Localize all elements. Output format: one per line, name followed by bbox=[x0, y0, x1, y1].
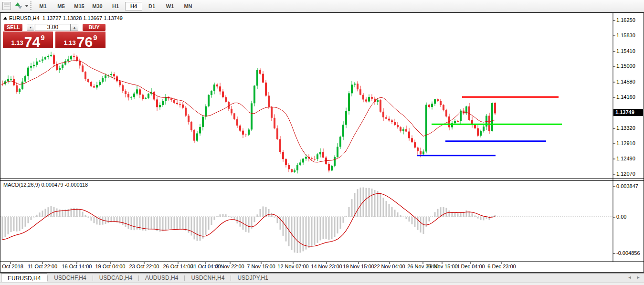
y-axis-label: 1.14160 bbox=[616, 94, 635, 100]
sell-button[interactable]: SELL bbox=[4, 24, 22, 31]
y-axis-label: 1.12490 bbox=[616, 156, 635, 161]
tab-usdchf-h4[interactable]: USDCHF,H4 bbox=[48, 274, 92, 283]
sell-price-prefix: 1.13 bbox=[11, 39, 23, 46]
y-axis-label: 1.12070 bbox=[616, 171, 635, 177]
y-axis-label: 1.15410 bbox=[616, 48, 635, 54]
buy-price-pip: 9 bbox=[93, 33, 97, 42]
mt4-terminal: M1M5M15M30H1H4D1W1MN EURUSD,H4 1.13727 1… bbox=[0, 0, 644, 285]
x-axis-label: 6 Dec 23:00 bbox=[487, 264, 516, 269]
y-axis-label: 1.15830 bbox=[616, 32, 635, 38]
tab-audusd-h4[interactable]: AUDUSD,H4 bbox=[139, 274, 184, 283]
buy-price-display[interactable]: 1.13 76 9 bbox=[55, 32, 106, 48]
price-and-macd-canvas[interactable] bbox=[0, 13, 644, 272]
x-axis-label: 4 Dec 04:00 bbox=[456, 264, 485, 269]
timeframe-m15[interactable]: M15 bbox=[71, 2, 88, 11]
timeframe-m5[interactable]: M5 bbox=[53, 2, 70, 11]
volume-input[interactable]: 3.00 bbox=[35, 24, 71, 31]
x-axis-label: 26 Oct 14:00 bbox=[163, 264, 193, 269]
y-axis-label: 1.16250 bbox=[616, 17, 635, 23]
macd-axis-label: 0.00 bbox=[616, 214, 626, 220]
macd-signal-value: -0.000118 bbox=[64, 182, 88, 188]
toolbar-separator bbox=[152, 1, 152, 11]
x-axis-label: 16 Oct 14:00 bbox=[62, 264, 92, 269]
top-toolbar: M1M5M15M30H1H4D1W1MN bbox=[0, 0, 644, 12]
y-axis-label: 1.15000 bbox=[616, 63, 635, 69]
macd-axis-label: -0.004856 bbox=[616, 250, 640, 256]
macd-name: MACD(12,26,9) bbox=[3, 182, 40, 188]
tab-usdjpy-h1[interactable]: USDJPY,H1 bbox=[231, 274, 274, 283]
current-price-badge: 1.13749 bbox=[613, 109, 643, 116]
chart-ohlc-values: 1.13727 1.13828 1.13667 1.13749 bbox=[42, 15, 123, 21]
green-arrow-icon bbox=[15, 2, 20, 6]
timeframe-h4[interactable]: H4 bbox=[125, 2, 142, 11]
collapse-triangle-icon[interactable] bbox=[3, 17, 7, 20]
x-axis-label: 23 Oct 22:00 bbox=[129, 264, 159, 269]
x-axis-label: 7 Nov 15:00 bbox=[247, 264, 275, 269]
timeframe-toolbar: M1M5M15M30H1H4D1W1MN bbox=[34, 1, 197, 11]
chart-ohlc-header: EURUSD,H4 1.13727 1.13828 1.13667 1.1374… bbox=[3, 15, 123, 21]
y-axis-label: 1.12910 bbox=[616, 140, 635, 146]
tab-usdcad-h4[interactable]: USDCAD,H4 bbox=[93, 274, 138, 283]
timeframe-m1[interactable]: M1 bbox=[34, 2, 52, 11]
x-axis-label: 12 Nov 07:00 bbox=[277, 264, 308, 269]
x-axis-label: 19 Nov 15:00 bbox=[343, 264, 374, 269]
macd-value: 0.000479 bbox=[41, 182, 63, 188]
x-axis-label: 11 Oct 22:00 bbox=[28, 264, 57, 269]
timeframe-m30[interactable]: M30 bbox=[89, 2, 106, 11]
volume-up-button[interactable]: ▲ bbox=[71, 24, 78, 31]
buy-price-main: 76 bbox=[77, 35, 93, 48]
dropdown-caret-icon[interactable] bbox=[25, 5, 29, 7]
buy-button[interactable]: BUY bbox=[83, 24, 106, 31]
timeframe-h1[interactable]: H1 bbox=[107, 2, 124, 11]
one-click-trade-panel: SELL ▼ 3.00 ▲ BUY 1.13 74 9 1.13 76 9 bbox=[3, 23, 106, 48]
tab-scroll-right-icon[interactable]: ► bbox=[635, 274, 642, 281]
tab-scroll-left-icon[interactable]: ◄ bbox=[626, 274, 633, 281]
tab-usdcnh-h4[interactable]: USDCNH,H4 bbox=[185, 274, 231, 283]
chart-tab-bar: EURUSD,H4USDCHF,H4USDCAD,H4AUDUSD,H4USDC… bbox=[0, 273, 644, 283]
timeframe-mn[interactable]: MN bbox=[179, 2, 197, 11]
x-axis-label: 14 Nov 23:00 bbox=[311, 264, 342, 269]
chart-symbol-label: EURUSD,H4 bbox=[9, 15, 40, 21]
sell-price-main: 74 bbox=[24, 35, 40, 48]
gray-arrow-icon bbox=[18, 6, 22, 9]
auto-trading-icon[interactable] bbox=[14, 2, 23, 10]
macd-axis-label: 0.003847 bbox=[616, 183, 638, 189]
chart-window: EURUSD,H4 1.13727 1.13828 1.13667 1.1374… bbox=[0, 12, 644, 273]
x-axis-label: 9 Oct 2018 bbox=[0, 264, 23, 269]
x-axis-label: 19 Oct 04:00 bbox=[95, 264, 126, 269]
status-strip bbox=[0, 282, 644, 285]
sell-price-pip: 9 bbox=[41, 33, 44, 42]
timeframe-w1[interactable]: W1 bbox=[161, 2, 179, 11]
sell-price-display[interactable]: 1.13 74 9 bbox=[3, 32, 53, 48]
toolbar-grip[interactable] bbox=[30, 1, 32, 11]
buy-price-prefix: 1.13 bbox=[63, 39, 75, 46]
x-axis-label: 2 Nov 22:00 bbox=[216, 264, 244, 269]
x-axis-label: 22 Nov 04:00 bbox=[374, 264, 405, 269]
x-axis-label: 29 Nov 15:00 bbox=[426, 264, 457, 269]
chart-frame-icon[interactable] bbox=[2, 2, 11, 10]
tab-eurusd-h4[interactable]: EURUSD,H4 bbox=[1, 274, 47, 283]
y-axis-label: 1.14580 bbox=[616, 79, 635, 84]
y-axis-label: 1.13320 bbox=[616, 125, 635, 131]
volume-down-button[interactable]: ▼ bbox=[27, 24, 34, 31]
macd-indicator-label: MACD(12,26,9) 0.000479 -0.000118 bbox=[3, 182, 88, 188]
